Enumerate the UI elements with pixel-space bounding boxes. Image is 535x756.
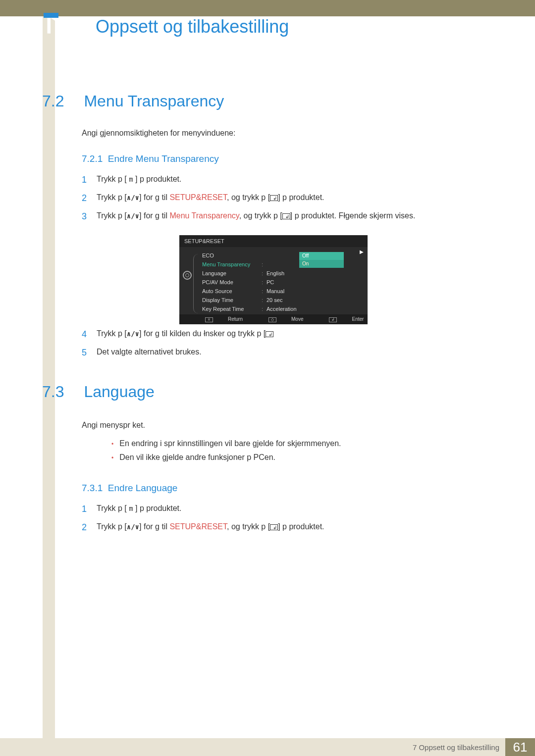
v: Manual: [267, 288, 368, 294]
step-text: Trykk p [ m ] p produktet.: [97, 173, 490, 185]
l: Menu Transparency: [202, 261, 262, 267]
bullet: Den vil ikke gjelde andre funksjoner p P…: [111, 453, 341, 462]
updown-icon: ∧/∨: [127, 193, 139, 203]
t: ] for g til: [139, 193, 169, 202]
step-number: 1: [82, 173, 97, 187]
updown-icon: ∧/∨: [127, 329, 139, 339]
step-text: Trykk p [∧/∨] for g til Menu Transparenc…: [97, 210, 490, 222]
updown-icon: ∧/∨: [127, 522, 139, 532]
highlight: Menu Transparency: [169, 211, 239, 220]
t: Trykk p [: [97, 329, 127, 338]
enter-icon: ↲: [329, 317, 337, 322]
step-1: 1 Trykk p [ m ] p produktet.: [82, 173, 490, 187]
gear-icon: [183, 271, 192, 280]
v: English: [267, 270, 368, 276]
c: :: [262, 270, 267, 276]
highlight: SETUP&RESET: [169, 522, 227, 531]
sub-num: 7.2.1: [82, 153, 103, 164]
chapter-tab-accent: [44, 13, 58, 18]
section-7-2: 7.2 Menu Transparency: [42, 92, 224, 110]
t: Trykk p [: [97, 522, 127, 531]
t: ] for g til: [139, 522, 169, 531]
sub-title: Endre Menu Transparency: [108, 153, 219, 164]
t: Trykk p [: [97, 175, 129, 183]
step-number: 5: [82, 346, 97, 359]
t: ] p produktet. Fłgende skjerm vises.: [290, 211, 416, 220]
osd-curve: [193, 254, 200, 313]
step-4: 4 Trykk p [∧/∨] for g til kilden du łnsk…: [82, 328, 490, 341]
v: PC: [267, 279, 368, 285]
step-number: 2: [82, 192, 97, 205]
l: Display Time: [202, 297, 262, 303]
t: Trykk p [: [97, 211, 127, 220]
enter-icon: [270, 195, 278, 201]
osd-return: ≡Return: [192, 316, 243, 322]
step-number: 4: [82, 328, 97, 341]
step-number: 2: [82, 521, 97, 534]
osd-move: ◇Move: [256, 316, 303, 322]
l: Auto Source: [202, 288, 262, 294]
bullet: En endring i spr kinnstillingen vil bare…: [111, 439, 341, 448]
osd-enter: ↲Enter: [316, 316, 364, 322]
l: Language: [202, 270, 262, 276]
steps-7-3-1: 1 Trykk p [ m ] p produktet. 2 Trykk p […: [82, 503, 490, 539]
c: :: [262, 279, 267, 285]
step-3: 3 Trykk p [∧/∨] for g til Menu Transpare…: [82, 210, 490, 223]
sub-title: Endre Language: [108, 483, 178, 493]
step-number: 1: [82, 503, 97, 516]
step-2: 2 Trykk p [∧/∨] for g til SETUP&RESET, o…: [82, 521, 490, 534]
steps-7-2-1: 1 Trykk p [ m ] p produktet. 2 Trykk p […: [82, 173, 490, 228]
left-stripe: [43, 0, 55, 756]
right-arrow-icon: ▶: [360, 249, 364, 254]
option-off: Off: [299, 252, 344, 260]
return-icon: ≡: [205, 317, 213, 322]
page-footer: 7 Oppsett og tilbakestilling 61: [0, 738, 535, 756]
menu-button-icon: m: [129, 504, 133, 514]
t: ] p produktet.: [278, 522, 324, 531]
updown-icon: ∧/∨: [127, 211, 139, 221]
move-icon: ◇: [268, 317, 276, 322]
osd-footer: ≡Return ◇Move ↲Enter: [179, 314, 368, 324]
t: , og trykk p [: [239, 211, 282, 220]
highlight: SETUP&RESET: [169, 193, 227, 202]
t: ] for g til: [139, 211, 169, 220]
osd-header: SETUP&RESET: [179, 235, 368, 247]
l: ECO: [202, 252, 262, 258]
section-number: 7.2: [42, 92, 82, 110]
step-text: Trykk p [∧/∨] for g til kilden du łnsker…: [97, 328, 490, 340]
t: Return: [228, 316, 243, 322]
t: ] for g til kilden du łnsker og trykk p …: [139, 329, 266, 338]
section-7-3-intro: Angi menyspr ket.: [82, 421, 145, 430]
c: :: [262, 306, 267, 312]
osd-row: Auto Source:Manual: [195, 287, 368, 296]
section-title: Menu Transparency: [84, 92, 224, 110]
osd-row: Key Repeat Time:Acceleration: [195, 304, 368, 313]
step-1: 1 Trykk p [ m ] p produktet.: [82, 503, 490, 516]
v: 20 sec: [267, 297, 368, 303]
enter-icon: [266, 331, 273, 337]
step-number: 3: [82, 210, 97, 223]
step-text: Trykk p [∧/∨] for g til SETUP&RESET, og …: [97, 521, 490, 533]
step-5: 5 Det valgte alternativet brukes.: [82, 346, 490, 359]
osd-dropdown: Off On: [299, 252, 344, 268]
section-7-3: 7.3 Language: [42, 383, 155, 401]
subsection-7-2-1: 7.2.1 Endre Menu Transparency: [82, 153, 219, 164]
v: Acceleration: [267, 306, 368, 312]
enter-icon: [282, 213, 290, 219]
section-number: 7.3: [42, 383, 82, 401]
t: Enter: [352, 316, 364, 322]
option-on: On: [299, 260, 344, 268]
t: ] p produktet.: [133, 504, 182, 512]
section-7-2-intro: Angi gjennomsiktigheten for menyvinduene…: [82, 129, 235, 138]
t: ] p produktet.: [133, 175, 182, 183]
c: :: [262, 288, 267, 294]
t: , og trykk p [: [227, 522, 270, 531]
chapter-number: 7: [37, 0, 77, 36]
step-text: Trykk p [ m ] p produktet.: [97, 503, 490, 514]
step-text: Det valgte alternativet brukes.: [97, 346, 490, 358]
c: :: [262, 261, 267, 267]
step-text: Trykk p [∧/∨] for g til SETUP&RESET, og …: [97, 192, 490, 203]
enter-icon: [270, 524, 278, 530]
osd-row: PC/AV Mode:PC: [195, 278, 368, 287]
step-2: 2 Trykk p [∧/∨] for g til SETUP&RESET, o…: [82, 192, 490, 205]
